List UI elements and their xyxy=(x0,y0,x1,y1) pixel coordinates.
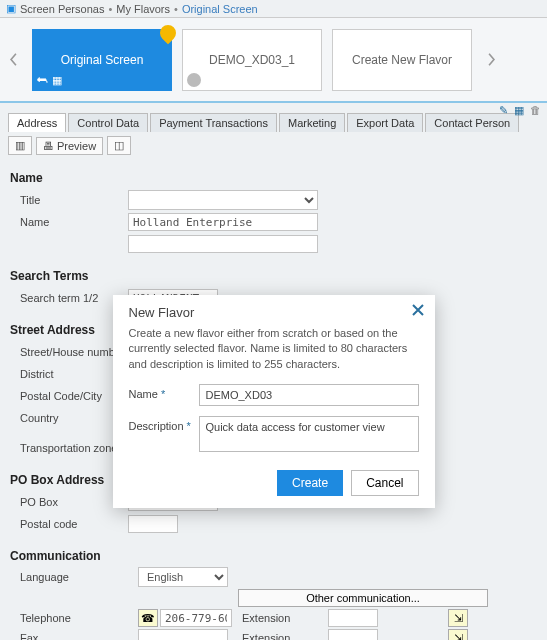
input-pocode[interactable] xyxy=(128,515,178,533)
label-street: Street/House number xyxy=(10,346,128,358)
breadcrumb-sep: • xyxy=(108,3,112,15)
label-name: Name xyxy=(10,216,128,228)
input-fax[interactable] xyxy=(138,629,228,640)
tool-icon-2[interactable]: ◫ xyxy=(107,136,131,155)
dialog-label-name: Name * xyxy=(129,384,199,400)
preview-label: Preview xyxy=(57,140,96,152)
breadcrumb-1[interactable]: Screen Personas xyxy=(20,3,104,15)
input-ext1[interactable] xyxy=(328,609,378,627)
label-fax: Fax xyxy=(20,632,138,640)
label-telephone: Telephone xyxy=(20,612,138,624)
print-icon: 🖶 xyxy=(43,140,54,152)
tab-payment[interactable]: Payment Transactions xyxy=(150,113,277,132)
avatar-icon xyxy=(187,73,201,87)
dialog-close-button[interactable] xyxy=(411,303,425,319)
chevron-right-icon xyxy=(485,53,498,66)
bookmark-icon xyxy=(157,21,180,44)
tool-edit-icon[interactable]: ✎ xyxy=(499,104,508,117)
app-icon: ▣ xyxy=(6,2,16,15)
section-heading: Communication xyxy=(10,549,537,563)
label-title: Title xyxy=(10,194,128,206)
label-ext1: Extension xyxy=(238,612,328,624)
dialog-title: New Flavor xyxy=(129,305,419,320)
card-title: Original Screen xyxy=(61,53,144,67)
section-name: Name Title Name xyxy=(0,159,547,257)
input-name[interactable] xyxy=(128,213,318,231)
create-button[interactable]: Create xyxy=(277,470,343,496)
card-title: DEMO_XD03_1 xyxy=(209,53,295,67)
label-pobox: PO Box xyxy=(10,496,128,508)
label-searchterm: Search term 1/2 xyxy=(10,292,128,304)
section-comm: Communication Language English Other com… xyxy=(0,537,547,640)
input-telephone[interactable] xyxy=(160,609,232,627)
tab-export[interactable]: Export Data xyxy=(347,113,423,132)
input-title[interactable] xyxy=(128,190,318,210)
tab-address[interactable]: Address xyxy=(8,113,66,132)
label-postal: Postal Code/City xyxy=(10,390,128,402)
input-ext2[interactable] xyxy=(328,629,378,640)
carousel-next[interactable] xyxy=(482,30,500,90)
card-icons: ⮪ ▦ xyxy=(37,74,62,87)
cancel-button[interactable]: Cancel xyxy=(351,470,418,496)
carousel-prev[interactable] xyxy=(4,30,22,90)
grid-icon[interactable]: ▦ xyxy=(52,74,62,87)
section-heading: Name xyxy=(10,171,537,185)
tool-delete-icon[interactable]: 🗑 xyxy=(530,104,541,117)
card-title: Create New Flavor xyxy=(352,53,452,67)
flavor-card-demo[interactable]: DEMO_XD03_1 xyxy=(182,29,322,91)
label-ext2: Extension xyxy=(238,632,328,640)
chevron-left-icon xyxy=(7,53,20,66)
label-country: Country xyxy=(10,412,128,424)
more-fax-icon[interactable]: ⇲ xyxy=(448,629,468,640)
dialog-input-desc[interactable] xyxy=(199,416,419,452)
tool-icon-1[interactable]: ▥ xyxy=(8,136,32,155)
new-flavor-dialog: New Flavor Create a new flavor either fr… xyxy=(113,295,435,508)
phone-picker-icon[interactable]: ☎ xyxy=(138,609,158,627)
label-pocode: Postal code xyxy=(10,518,128,530)
tab-control[interactable]: Control Data xyxy=(68,113,148,132)
flavor-card-original[interactable]: Original Screen ⮪ ▦ xyxy=(32,29,172,91)
other-communication-button[interactable]: Other communication... xyxy=(238,589,488,607)
label-tzone: Transportation zone xyxy=(10,442,128,454)
breadcrumb-3[interactable]: Original Screen xyxy=(182,3,258,15)
label-district: District xyxy=(10,368,128,380)
breadcrumb-2[interactable]: My Flavors xyxy=(116,3,170,15)
preview-button[interactable]: 🖶 Preview xyxy=(36,137,103,155)
dialog-text: Create a new flavor either from scratch … xyxy=(129,326,419,372)
breadcrumb: ▣ Screen Personas • My Flavors • Origina… xyxy=(0,0,547,18)
dialog-input-name[interactable] xyxy=(199,384,419,406)
section-heading: Search Terms xyxy=(10,269,537,283)
share-icon[interactable]: ⮪ xyxy=(37,74,48,87)
breadcrumb-sep: • xyxy=(174,3,178,15)
detail-tabs: Address Control Data Payment Transaction… xyxy=(0,103,547,132)
flavor-carousel: Original Screen ⮪ ▦ DEMO_XD03_1 Create N… xyxy=(0,18,547,103)
more-phone-icon[interactable]: ⇲ xyxy=(448,609,468,627)
tool-grid-icon[interactable]: ▦ xyxy=(514,104,524,117)
carousel-tools: ✎ ▦ 🗑 xyxy=(499,104,541,117)
input-language[interactable]: English xyxy=(138,567,228,587)
flavor-card-create[interactable]: Create New Flavor xyxy=(332,29,472,91)
label-language: Language xyxy=(20,571,138,583)
toolbar: ▥ 🖶 Preview ◫ xyxy=(0,132,547,159)
close-icon xyxy=(411,303,425,317)
input-name2[interactable] xyxy=(128,235,318,253)
tab-marketing[interactable]: Marketing xyxy=(279,113,345,132)
dialog-label-desc: Description * xyxy=(129,416,199,432)
app-root: ▣ Screen Personas • My Flavors • Origina… xyxy=(0,0,547,640)
